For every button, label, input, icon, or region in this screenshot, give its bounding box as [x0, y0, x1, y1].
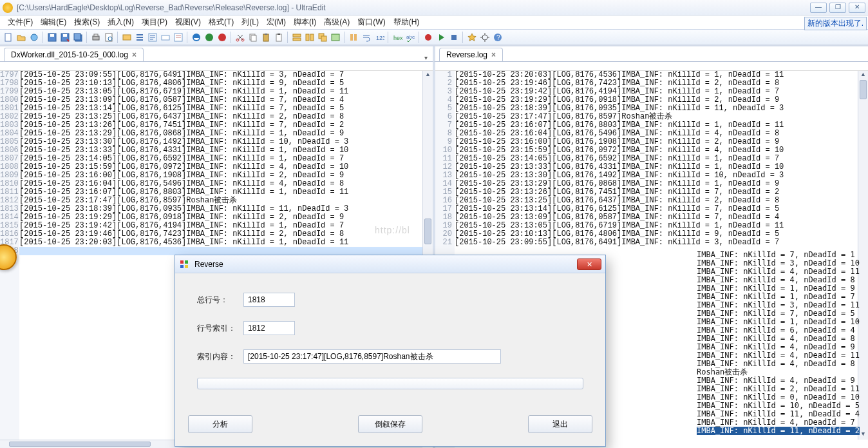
reverse-save-button[interactable]: 倒叙保存 [358, 415, 422, 433]
tabstrip-left: DxWorker.dll_2015-10-25_000.log × ▾ [0, 46, 433, 62]
copy-icon[interactable] [247, 32, 259, 43]
scroll-up-icon[interactable]: ▲ [858, 71, 868, 80]
next-win-icon[interactable] [330, 32, 341, 43]
ruler-left [0, 62, 433, 71]
browser-op-icon[interactable] [216, 32, 228, 43]
play-icon[interactable] [435, 32, 447, 43]
tabstrip-right: Reverse.log × [433, 46, 868, 62]
menu-script[interactable]: 脚本(I) [290, 17, 320, 28]
svg-rect-9 [94, 34, 98, 36]
svg-rect-5 [63, 34, 67, 37]
svg-rect-23 [263, 34, 269, 41]
dialog-title-text: Reverse [194, 260, 223, 269]
browser-ff-icon[interactable] [203, 32, 215, 43]
analyze-button[interactable]: 分析 [188, 415, 252, 433]
explorer-icon[interactable] [121, 32, 133, 43]
total-lines-input[interactable] [243, 293, 295, 307]
col-mode-icon[interactable] [348, 32, 359, 43]
tab-right-label: Reverse.log [446, 50, 487, 59]
tile-v-icon[interactable] [304, 32, 316, 43]
menu-edit[interactable]: 编辑(E) [37, 17, 70, 28]
hscroll-thumb-left[interactable] [9, 442, 151, 447]
svg-rect-34 [350, 34, 353, 41]
svg-rect-3 [50, 34, 54, 37]
menu-column[interactable]: 列(L) [238, 17, 263, 28]
scroll-thumb-left[interactable] [424, 219, 431, 244]
svg-rect-46 [180, 265, 184, 268]
preview-icon[interactable] [103, 32, 115, 43]
record-icon[interactable] [422, 32, 434, 43]
svg-rect-26 [278, 34, 280, 35]
func-list-icon[interactable] [147, 32, 158, 43]
tab-right-close-icon[interactable]: × [491, 50, 496, 59]
paste-icon[interactable] [260, 32, 272, 43]
menu-view[interactable]: 视图(V) [171, 17, 205, 28]
stop-icon[interactable] [448, 32, 460, 43]
spellcheck-icon[interactable]: abc [404, 32, 416, 43]
dialog-close-button[interactable]: ✕ [577, 258, 601, 270]
close-button[interactable]: ✕ [849, 3, 865, 13]
menu-format[interactable]: 格式(T) [205, 17, 238, 28]
svg-rect-44 [180, 260, 184, 264]
svg-point-17 [205, 34, 213, 41]
favorite-icon[interactable] [466, 32, 478, 43]
browser-ie-icon[interactable] [191, 32, 202, 43]
restore-button[interactable]: ❐ [829, 3, 846, 13]
menu-insert[interactable]: 插入(N) [104, 17, 138, 28]
svg-rect-29 [306, 34, 309, 41]
tab-left-file[interactable]: DxWorker.dll_2015-10-25_000.log × [4, 48, 144, 61]
svg-rect-40 [451, 35, 457, 40]
cascade-icon[interactable] [317, 32, 328, 43]
toolbar: 123 hex abc ? [0, 30, 868, 46]
menu-advanced[interactable]: 高级(A) [320, 17, 354, 28]
help-icon[interactable]: ? [492, 32, 504, 43]
tab-overflow-icon[interactable]: ▾ [424, 54, 428, 61]
clipboard-icon[interactable] [273, 32, 285, 43]
line-index-label: 行号索引： [197, 323, 243, 334]
exit-button[interactable]: 退出 [528, 415, 592, 433]
line-index-input[interactable] [243, 321, 295, 335]
menu-project[interactable]: 项目(P) [138, 17, 171, 28]
options-icon[interactable] [479, 32, 491, 43]
list-icon[interactable] [134, 32, 146, 43]
saveall-icon[interactable] [72, 32, 84, 43]
index-content-input[interactable] [243, 349, 501, 364]
new-version-notice[interactable]: 新的版本出现了. [804, 17, 867, 30]
tab-right-file[interactable]: Reverse.log × [439, 48, 503, 61]
menubar: 文件(F) 编辑(E) 搜索(S) 插入(N) 项目(P) 视图(V) 格式(T… [0, 15, 868, 30]
scroll-down-icon[interactable]: ▼ [858, 431, 868, 440]
open-file-icon[interactable] [15, 32, 27, 43]
tab-left-close-icon[interactable]: × [132, 50, 137, 59]
scroll-thumb-right[interactable] [860, 80, 867, 99]
open-net-icon[interactable] [28, 32, 40, 43]
dialog-titlebar[interactable]: Reverse ✕ [175, 255, 605, 273]
saveas-icon[interactable] [59, 32, 71, 43]
tab-left-label: DxWorker.dll_2015-10-25_000.log [11, 50, 128, 59]
index-content-label: 索引内容： [197, 351, 243, 362]
svg-text:123: 123 [376, 35, 384, 41]
ruler-right [435, 62, 868, 71]
svg-text:abc: abc [406, 34, 415, 40]
menu-file[interactable]: 文件(F) [4, 17, 37, 28]
numbers-icon[interactable]: 123 [373, 32, 385, 43]
cut-icon[interactable] [234, 32, 246, 43]
menu-window[interactable]: 窗口(W) [354, 17, 389, 28]
hex-icon[interactable]: hex [392, 32, 403, 43]
svg-rect-8 [93, 36, 99, 40]
scroll-up-icon[interactable]: ▲ [423, 71, 433, 80]
save-icon[interactable] [46, 32, 58, 43]
svg-rect-0 [5, 34, 11, 41]
tile-h-icon[interactable] [291, 32, 303, 43]
total-lines-label: 总行号： [197, 295, 243, 306]
menu-macro[interactable]: 宏(M) [263, 17, 290, 28]
print-icon[interactable] [90, 32, 102, 43]
new-file-icon[interactable] [3, 32, 14, 43]
output-icon[interactable] [160, 32, 171, 43]
svg-rect-12 [123, 35, 131, 40]
menu-search[interactable]: 搜索(S) [70, 17, 104, 28]
tag-list-icon[interactable] [173, 32, 184, 43]
window-title: [C:\Users\HardEagle\Desktop\Log\Reverse_… [17, 3, 326, 12]
wrap-icon[interactable] [361, 32, 372, 43]
minimize-button[interactable]: — [810, 3, 827, 13]
menu-help[interactable]: 帮助(H) [390, 17, 424, 28]
